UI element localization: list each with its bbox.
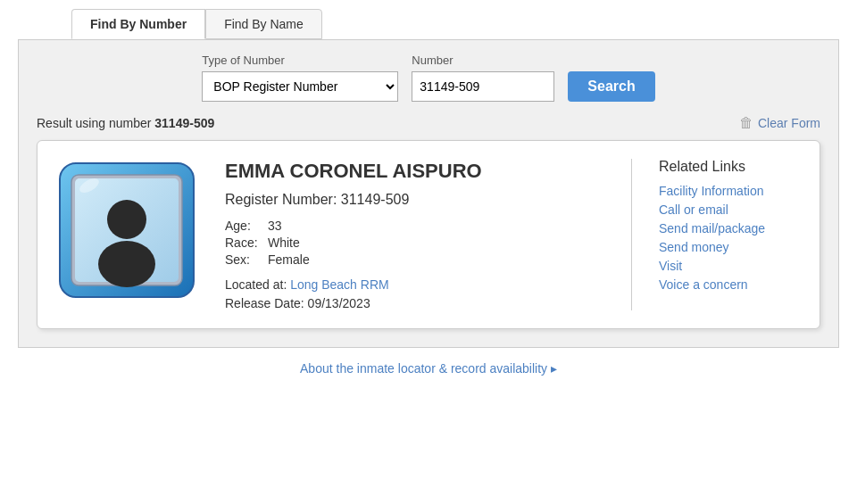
age-key: Age: [225,219,261,233]
location-row: Located at: Long Beach RRM [225,277,604,292]
clear-form-label: Clear Form [758,116,820,130]
card-divider [631,159,632,310]
search-button[interactable]: Search [568,71,654,102]
search-form-row: Type of Number BOP Register Number DCDC … [37,54,820,102]
svg-point-3 [107,200,146,239]
footer-link[interactable]: About the inmate locator & record availa… [300,361,557,376]
sex-value: Female [268,252,310,267]
location-link[interactable]: Long Beach RRM [290,277,389,292]
result-info-row: Result using number 31149-509 🗑 Clear Fo… [37,115,820,131]
link-send-mail-package[interactable]: Send mail/package [659,221,802,235]
race-key: Race: [225,235,261,250]
related-links: Related Links Facility Information Call … [659,159,802,296]
clear-form-button[interactable]: 🗑 Clear Form [739,115,820,131]
race-value: White [268,235,300,250]
tab-find-by-number[interactable]: Find By Number [71,9,205,39]
person-avatar [55,159,198,302]
link-call-or-email[interactable]: Call or email [659,202,802,217]
tab-bar: Find By Number Find By Name [18,9,839,39]
link-send-money[interactable]: Send money [659,240,802,254]
person-name: EMMA CORONEL AISPURO [225,159,604,185]
svg-point-4 [98,241,155,287]
result-card: EMMA CORONEL AISPURO Register Number: 31… [37,140,820,329]
link-visit[interactable]: Visit [659,259,802,273]
link-facility-information[interactable]: Facility Information [659,184,802,198]
type-of-number-group: Type of Number BOP Register Number DCDC … [202,54,398,102]
tab-find-by-name[interactable]: Find By Name [205,9,322,39]
related-links-title: Related Links [659,159,802,175]
result-number: 31149-509 [154,116,214,130]
search-panel: Type of Number BOP Register Number DCDC … [18,39,839,348]
type-of-number-select[interactable]: BOP Register Number DCDC Number FBI Numb… [202,71,398,102]
avatar-container [55,159,198,304]
type-of-number-label: Type of Number [202,54,398,67]
footer-link-container: About the inmate locator & record availa… [18,361,839,376]
sex-key: Sex: [225,252,261,267]
result-label: Result using number 31149-509 [37,116,214,130]
located-at-prefix: Located at: [225,277,287,292]
result-prefix: Result using number [37,116,151,130]
number-input[interactable] [412,71,554,102]
detail-table: Age: 33 Race: White Sex: Female [225,219,604,267]
trash-icon: 🗑 [739,115,753,131]
person-info: EMMA CORONEL AISPURO Register Number: 31… [216,159,604,310]
release-date: Release Date: 09/13/2023 [225,296,604,310]
number-group: Number [412,54,554,102]
age-row: Age: 33 [225,219,604,233]
register-number: Register Number: 31149-509 [225,192,604,208]
link-voice-concern[interactable]: Voice a concern [659,277,802,292]
sex-row: Sex: Female [225,252,604,267]
age-value: 33 [268,219,282,233]
number-label: Number [412,54,554,67]
race-row: Race: White [225,235,604,250]
